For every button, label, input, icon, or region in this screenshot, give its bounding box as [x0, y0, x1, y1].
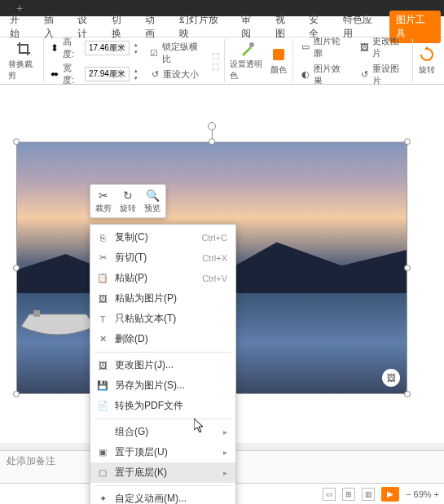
group-style: ▭ 图片轮廓 ◐ 图片效果 🖼 更改图片 ↺ 重设图片 — [293, 39, 413, 82]
resize-handle-w[interactable] — [13, 265, 20, 271]
menu-send-back[interactable]: ▢ 置于底层(K) ▸ — [90, 462, 235, 483]
ribbon-tabs: 开始 插入 设计 切换 动画 幻灯片放映 审阅 视图 安全 特色应用 图片工具 — [0, 16, 444, 37]
menu-paste[interactable]: 📋 粘贴(P) Ctrl+V — [90, 268, 235, 288]
view-reading-button[interactable]: ▥ — [362, 488, 375, 501]
tab-view[interactable]: 视图 — [269, 11, 301, 43]
tab-review[interactable]: 审阅 — [235, 11, 267, 43]
group-rotate: 旋转 — [413, 39, 441, 82]
height-label: 高度: — [63, 37, 81, 60]
menu-copy-label: 复制(C) — [115, 230, 196, 244]
mini-icon-2[interactable]: ⬚ — [212, 62, 219, 71]
outline-button[interactable]: ▭ 图片轮廓 — [298, 37, 349, 60]
menu-paste-as-pic[interactable]: 🖼 粘贴为图片(P) — [90, 288, 235, 309]
mini-icon-1[interactable]: ⬚ — [212, 51, 219, 60]
menu-change-pic[interactable]: 🖼 更改图片(J)... — [90, 355, 235, 375]
group-crop: 替换裁剪 — [3, 39, 44, 82]
magnify-icon: 🔍 — [145, 188, 160, 203]
menu-custom-anim-label: 自定义动画(M)... — [115, 492, 227, 504]
group-icon — [97, 427, 108, 438]
width-spinner[interactable]: ▴▾ — [133, 67, 140, 81]
cut-icon: ✂ — [97, 252, 108, 264]
menu-separator — [95, 485, 231, 486]
height-input[interactable]: 17.46厘米 — [85, 41, 130, 55]
menu-delete-label: 删除(D) — [115, 332, 227, 346]
zoom-in-icon[interactable]: + — [434, 489, 439, 499]
width-icon: ⬌ — [49, 68, 59, 80]
reset-size-button[interactable]: ↺ 重设大小 — [147, 68, 205, 81]
menu-copy-key: Ctrl+C — [202, 233, 227, 243]
tab-home[interactable]: 开始 — [3, 11, 36, 43]
menu-copy[interactable]: ⎘ 复制(C) Ctrl+C — [90, 227, 235, 248]
menu-cut-key: Ctrl+X — [202, 253, 227, 263]
menu-separator — [95, 352, 231, 353]
resize-handle-n[interactable] — [209, 138, 215, 145]
context-menu: ⎘ 复制(C) Ctrl+C ✂ 剪切(T) Ctrl+X 📋 粘贴(P) Ct… — [90, 224, 236, 504]
resize-handle-se[interactable] — [404, 391, 411, 397]
text-icon: T — [97, 313, 108, 325]
crop-button[interactable]: 替换裁剪 — [8, 40, 38, 81]
float-rotate-button[interactable]: ↻ 旋转 — [120, 188, 136, 214]
float-preview-button[interactable]: 🔍 预览 — [144, 188, 160, 214]
menu-save-as-pic[interactable]: 💾 另存为图片(S)... — [90, 375, 235, 396]
submenu-arrow-icon: ▸ — [223, 427, 227, 436]
copy-icon: ⎘ — [97, 232, 108, 243]
menu-change-pic-label: 更改图片(J)... — [115, 358, 227, 372]
menu-bring-front-label: 置于顶层(U) — [115, 445, 217, 459]
zoom-level: 69% — [414, 489, 432, 499]
effect-button[interactable]: ◐ 图片效果 — [298, 62, 349, 85]
menu-group[interactable]: 组合(G) ▸ — [90, 422, 235, 442]
tab-slideshow[interactable]: 幻灯片放映 — [173, 11, 234, 43]
notes-placeholder: 处添加备注 — [7, 455, 55, 467]
zoom-control[interactable]: − 69% + — [406, 489, 439, 499]
resize-handle-sw[interactable] — [13, 391, 20, 397]
slideshow-button[interactable]: ▶ — [381, 487, 399, 502]
float-crop-label: 裁剪 — [95, 203, 112, 214]
resize-handle-nw[interactable] — [13, 138, 20, 145]
transparency-label: 设置透明色 — [230, 59, 266, 81]
reset-pic-button[interactable]: ↺ 重设图片 — [357, 62, 407, 85]
menu-paste-text[interactable]: T 只粘贴文本(T) — [90, 309, 235, 329]
transparency-button[interactable]: 设置透明色 — [230, 40, 266, 81]
front-icon: ▣ — [97, 447, 108, 458]
resize-handle-ne[interactable] — [404, 138, 411, 145]
rotate-icon — [418, 46, 436, 64]
menu-cut[interactable]: ✂ 剪切(T) Ctrl+X — [90, 248, 235, 268]
height-spinner[interactable]: ▴▾ — [133, 41, 140, 55]
svg-rect-6 — [33, 310, 40, 317]
change-pic-icon: 🖼 — [359, 42, 370, 53]
tab-animation[interactable]: 动画 — [138, 11, 171, 43]
reset-size-label: 重设大小 — [163, 68, 199, 81]
menu-delete[interactable]: ✕ 删除(D) — [90, 329, 235, 349]
menu-to-pdf-label: 转换为PDF文件 — [115, 399, 227, 413]
resize-handle-e[interactable] — [404, 265, 411, 271]
float-crop-button[interactable]: ✂ 裁剪 — [95, 188, 112, 214]
zoom-out-icon[interactable]: − — [406, 489, 411, 499]
view-sorter-button[interactable]: ⊞ — [342, 488, 355, 501]
change-icon: 🖼 — [97, 360, 108, 371]
image-badge-icon[interactable]: 🖼 — [382, 369, 400, 387]
menu-save-as-pic-label: 另存为图片(S)... — [115, 379, 227, 392]
floating-toolbar: ✂ 裁剪 ↻ 旋转 🔍 预览 — [90, 184, 166, 218]
outline-icon: ▭ — [301, 42, 311, 53]
color-button[interactable]: 颜色 — [270, 46, 288, 76]
ribbon: 替换裁剪 ⬍ 高度: 17.46厘米 ▴▾ ⬌ 宽度: 27.94厘米 ▴▾ ☑… — [0, 37, 444, 85]
change-pic-button[interactable]: 🖼 更改图片 — [357, 37, 407, 60]
lock-ratio-label: 锁定纵横比 — [162, 41, 203, 65]
menu-group-label: 组合(G) — [115, 425, 217, 439]
menu-send-back-label: 置于底层(K) — [115, 466, 217, 480]
width-input[interactable]: 27.94厘米 — [85, 67, 130, 81]
rotate-label: 旋转 — [419, 64, 435, 76]
rotation-handle[interactable] — [208, 122, 216, 130]
menu-to-pdf[interactable]: 📄 转换为PDF文件 — [90, 396, 235, 416]
menu-bring-front[interactable]: ▣ 置于顶层(U) ▸ — [90, 442, 235, 462]
submenu-arrow-icon: ▸ — [223, 448, 227, 457]
svg-point-4 — [249, 42, 254, 47]
float-preview-label: 预览 — [144, 203, 160, 214]
menu-paste-key: Ctrl+V — [202, 274, 227, 283]
menu-custom-anim[interactable]: ✦ 自定义动画(M)... — [90, 489, 235, 504]
lock-ratio-checkbox[interactable]: ☑ 锁定纵横比 — [147, 40, 205, 66]
rotate-button[interactable]: 旋转 — [418, 46, 436, 76]
view-normal-button[interactable]: ▭ — [323, 488, 336, 501]
group-adjust: 设置透明色 颜色 — [225, 39, 293, 82]
reset-pic-label: 重设图片 — [372, 63, 405, 85]
